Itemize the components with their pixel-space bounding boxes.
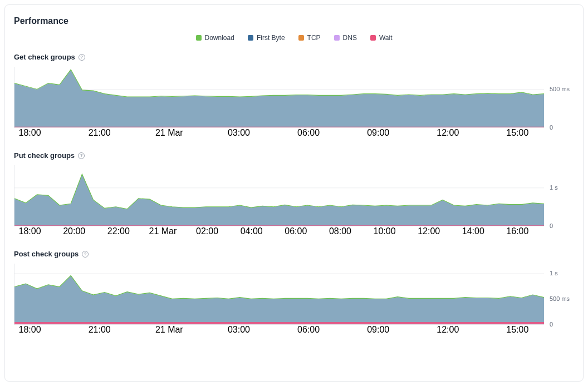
series-wait	[14, 225, 544, 226]
y-tick: 500 ms	[550, 295, 570, 302]
chart-canvas[interactable]	[14, 67, 544, 128]
chart-block: Get check groups?18:0021:0021 Mar03:0006…	[14, 53, 574, 138]
chart-canvas[interactable]	[14, 264, 544, 325]
x-axis: 18:0020:0022:0021 Mar02:0004:0006:0008:0…	[14, 226, 544, 236]
x-tick: 06:00	[285, 226, 307, 236]
x-tick: 14:00	[462, 226, 484, 236]
chart-canvas[interactable]	[14, 165, 544, 226]
chart-title-text: Get check groups	[14, 53, 75, 61]
chart-block: Put check groups?18:0020:0022:0021 Mar02…	[14, 151, 574, 236]
legend-swatch	[196, 35, 202, 41]
legend-item-wait[interactable]: Wait	[370, 34, 393, 42]
series-first-byte	[14, 70, 544, 127]
x-tick: 04:00	[241, 226, 263, 236]
x-tick: 02:00	[196, 226, 218, 236]
x-tick: 12:00	[437, 325, 459, 335]
performance-title: Performance	[14, 16, 574, 26]
x-tick: 18:00	[19, 226, 41, 236]
x-tick: 08:00	[329, 226, 351, 236]
legend-swatch	[248, 35, 253, 41]
y-tick: 0	[550, 222, 553, 229]
legend-swatch	[298, 35, 304, 41]
legend-item-tcp[interactable]: TCP	[298, 34, 321, 42]
y-tick: 1 s	[550, 184, 558, 191]
legend-label: TCP	[307, 34, 321, 42]
help-icon[interactable]: ?	[79, 54, 85, 61]
x-tick: 16:00	[506, 226, 528, 236]
y-axis: 1 s500 ms0	[544, 264, 574, 325]
chart-title: Get check groups?	[14, 53, 574, 61]
x-tick: 21:00	[89, 325, 111, 335]
series-first-byte	[14, 276, 544, 324]
chart-title: Post check groups?	[14, 250, 574, 258]
legend-label: Wait	[379, 34, 393, 42]
x-tick: 12:00	[437, 128, 459, 138]
legend: DownloadFirst ByteTCPDNSWait	[14, 34, 574, 42]
legend-item-first-byte[interactable]: First Byte	[248, 34, 285, 42]
x-tick: 21 Mar	[155, 325, 183, 335]
x-tick: 03:00	[228, 325, 250, 335]
chart-block: Post check groups?18:0021:0021 Mar03:000…	[14, 250, 574, 335]
x-tick: 03:00	[228, 128, 250, 138]
y-axis: 1 s0	[544, 165, 574, 226]
series-wait	[14, 322, 544, 324]
x-tick: 21 Mar	[149, 226, 177, 236]
x-tick: 21:00	[89, 128, 111, 138]
x-tick: 15:00	[506, 128, 528, 138]
chart-title: Put check groups?	[14, 151, 574, 160]
y-tick: 500 ms	[550, 86, 570, 92]
y-axis: 500 ms0	[544, 67, 574, 128]
x-tick: 06:00	[297, 325, 320, 335]
series-wait	[14, 127, 544, 127]
legend-item-dns[interactable]: DNS	[334, 34, 357, 42]
y-tick: 0	[550, 321, 553, 328]
x-tick: 15:00	[506, 325, 528, 335]
chart-title-text: Post check groups	[14, 250, 79, 258]
legend-label: First Byte	[257, 34, 285, 42]
help-icon[interactable]: ?	[82, 251, 89, 258]
x-tick: 09:00	[367, 325, 389, 335]
help-icon[interactable]: ?	[78, 152, 85, 159]
legend-label: Download	[205, 34, 234, 42]
x-tick: 10:00	[374, 226, 396, 236]
x-tick: 22:00	[107, 226, 130, 236]
x-tick: 18:00	[19, 325, 41, 335]
x-tick: 20:00	[63, 226, 85, 236]
legend-item-download[interactable]: Download	[196, 34, 234, 42]
y-tick: 1 s	[550, 270, 558, 276]
x-axis: 18:0021:0021 Mar03:0006:0009:0012:0015:0…	[14, 325, 544, 335]
legend-label: DNS	[343, 34, 357, 42]
legend-swatch	[370, 35, 376, 41]
x-tick: 06:00	[297, 128, 320, 138]
x-tick: 18:00	[19, 128, 41, 138]
x-tick: 12:00	[418, 226, 440, 236]
y-tick: 0	[550, 124, 553, 131]
performance-card: Performance DownloadFirst ByteTCPDNSWait…	[4, 4, 584, 382]
legend-swatch	[334, 35, 340, 41]
x-axis: 18:0021:0021 Mar03:0006:0009:0012:0015:0…	[14, 128, 544, 138]
chart-title-text: Put check groups	[14, 151, 75, 160]
x-tick: 21 Mar	[155, 128, 183, 138]
x-tick: 09:00	[367, 128, 389, 138]
